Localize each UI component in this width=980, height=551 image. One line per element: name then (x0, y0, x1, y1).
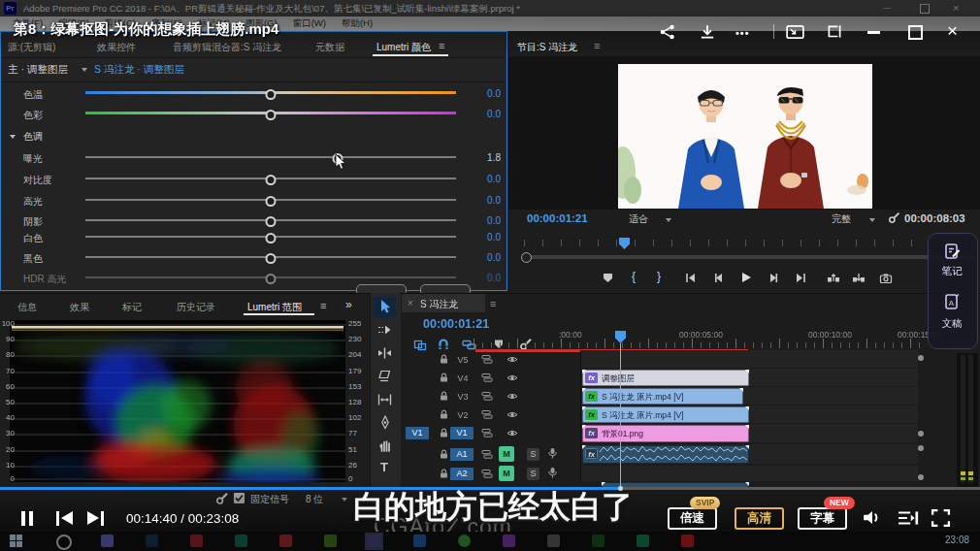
taskbar-app-icon[interactable] (592, 535, 604, 547)
video-player-window: Pr Adobe Premiere Pro CC 2018 - F:\0A、PR… (0, 0, 980, 551)
taskbar-app-icon[interactable] (547, 535, 560, 547)
taskbar-app-icon[interactable] (279, 535, 292, 547)
notes-icon[interactable] (943, 243, 962, 261)
taskbar-app-icon[interactable] (637, 535, 649, 547)
transcript-button[interactable]: 文稿 (928, 318, 976, 330)
player-progress-bar[interactable] (0, 487, 980, 490)
pause-button[interactable] (21, 511, 35, 526)
windows-start-icon[interactable] (10, 535, 22, 547)
new-badge: NEW (824, 497, 855, 509)
taskbar-premiere-icon[interactable] (368, 535, 380, 547)
subtitle-overlay: 白的地方已经太白了 (353, 490, 633, 524)
taskbar-app-icon[interactable] (235, 535, 247, 547)
transcript-icon[interactable]: A (943, 293, 962, 311)
svg-text:A: A (949, 299, 955, 308)
taskbar-browser-icon[interactable] (56, 535, 72, 550)
taskbar-app-icon[interactable] (503, 535, 515, 547)
quality-button[interactable]: 高清 (735, 507, 784, 530)
volume-icon[interactable] (862, 507, 883, 528)
player-time-display: 00:14:40 / 00:23:08 (126, 512, 239, 527)
taskbar-app-icon[interactable] (101, 535, 114, 547)
side-tools-content: 笔记 A 文稿 (0, 0, 980, 551)
svip-badge: SVIP (690, 497, 720, 509)
taskbar-app-icon[interactable] (458, 535, 471, 547)
subtitle-button[interactable]: 字幕 (798, 507, 847, 530)
playback-speed-button[interactable]: 倍速 (668, 507, 717, 530)
taskbar-clock: 23:08 (945, 535, 969, 545)
player-progress-handle[interactable] (618, 486, 623, 491)
taskbar-app-icon[interactable] (190, 535, 203, 547)
playlist-icon[interactable] (898, 509, 919, 527)
player-progress-played (0, 487, 621, 490)
fullscreen-icon[interactable] (931, 508, 951, 528)
taskbar-app-icon[interactable] (413, 535, 426, 547)
taskbar-app-icon[interactable] (681, 535, 694, 547)
taskbar-app-icon[interactable] (146, 535, 158, 547)
notes-button[interactable]: 笔记 (928, 266, 976, 277)
taskbar-app-icon[interactable] (324, 535, 337, 547)
previous-episode-button[interactable] (56, 511, 74, 526)
next-episode-button[interactable] (87, 511, 105, 526)
